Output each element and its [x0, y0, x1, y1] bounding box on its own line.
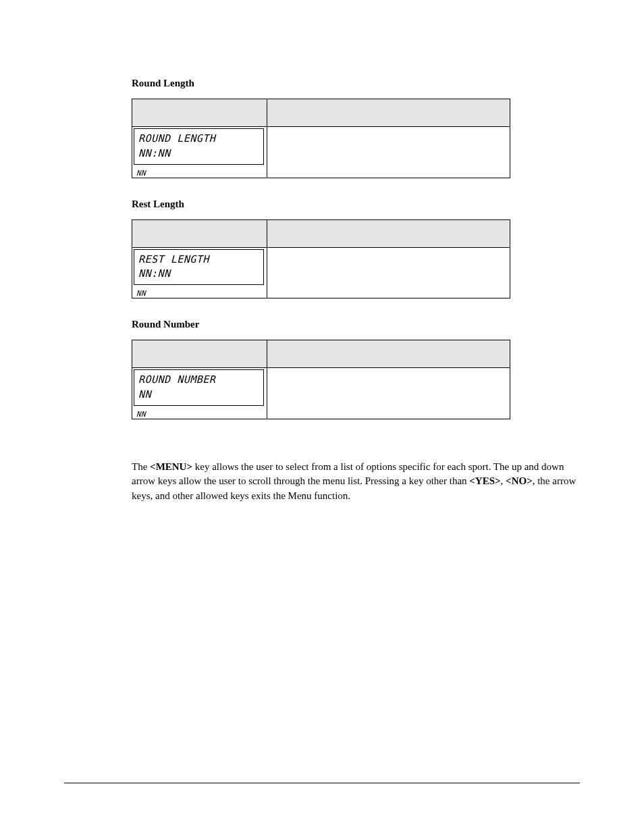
key-menu: <MENU>: [150, 461, 192, 472]
lcd-line-1: REST LENGTH: [138, 253, 259, 267]
table-row: [132, 99, 510, 127]
lcd-line-1: ROUND LENGTH: [138, 132, 259, 147]
table-row: ROUND LENGTH NN:NN NN: [132, 127, 510, 178]
lcd-below-text: NN: [132, 166, 267, 178]
lcd-cell: ROUND LENGTH NN:NN NN: [132, 127, 267, 178]
key-yes: <YES>: [469, 475, 500, 486]
table-rest-length: REST LENGTH NN:NN NN: [132, 219, 510, 299]
table-header-right: [267, 99, 510, 127]
table-row: ROUND NUMBER NN NN: [132, 368, 510, 419]
document-page: Round Length ROUND LENGTH NN:NN NN Rest …: [0, 0, 644, 834]
lcd-below-text: NN: [132, 407, 267, 419]
heading-round-length: Round Length: [132, 78, 580, 89]
para-text: ,: [501, 475, 506, 486]
empty-cell: [267, 247, 510, 298]
lcd-line-1: ROUND NUMBER: [138, 373, 259, 388]
lcd-line-2: NN:NN: [138, 267, 259, 282]
table-round-number: ROUND NUMBER NN NN: [132, 340, 510, 419]
key-no: <NO>: [506, 475, 533, 486]
lcd-cell: REST LENGTH NN:NN NN: [132, 247, 267, 298]
lcd-display: ROUND NUMBER NN: [134, 369, 264, 406]
heading-round-number: Round Number: [132, 319, 580, 330]
table-header-left: [132, 340, 267, 368]
table-round-length: ROUND LENGTH NN:NN NN: [132, 99, 510, 178]
table-header-left: [132, 219, 267, 247]
table-header-right: [267, 340, 510, 368]
table-header-right: [267, 219, 510, 247]
para-text: The: [132, 461, 150, 472]
lcd-line-2: NN:NN: [138, 147, 259, 161]
lcd-display: ROUND LENGTH NN:NN: [134, 128, 264, 165]
table-header-left: [132, 99, 267, 127]
lcd-line-2: NN: [138, 388, 259, 402]
table-row: REST LENGTH NN:NN NN: [132, 247, 510, 298]
heading-rest-length: Rest Length: [132, 199, 580, 210]
table-row: [132, 219, 510, 247]
empty-cell: [267, 127, 510, 178]
footer-divider: [64, 783, 580, 783]
lcd-below-text: NN: [132, 286, 267, 298]
menu-paragraph: The <MENU> key allows the user to select…: [132, 460, 580, 504]
empty-cell: [267, 368, 510, 419]
lcd-cell: ROUND NUMBER NN NN: [132, 368, 267, 419]
lcd-display: REST LENGTH NN:NN: [134, 249, 264, 286]
table-row: [132, 340, 510, 368]
